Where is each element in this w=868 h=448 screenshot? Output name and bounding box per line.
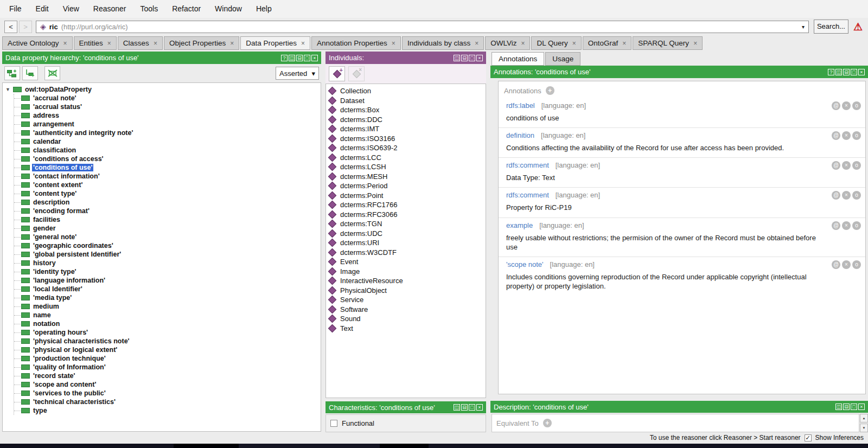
tree-item[interactable]: 'quality of Information' — [14, 363, 321, 372]
close-icon[interactable]: × — [693, 40, 697, 47]
maximize-icon[interactable]: □ — [469, 55, 475, 61]
delete-annotation-button[interactable]: × — [842, 161, 851, 170]
tree-item[interactable]: 'scope and content' — [14, 380, 321, 389]
annotation-property-link[interactable]: rdfs:comment — [506, 161, 549, 169]
delete-property-button[interactable] — [44, 66, 60, 80]
main-tab[interactable]: Active Ontology × — [2, 36, 73, 50]
tree-item[interactable]: 'services to the public' — [14, 389, 321, 398]
collapse-icon[interactable]: ▼ — [5, 87, 11, 92]
maximize-icon[interactable]: □ — [851, 404, 857, 410]
edit-annotation-button[interactable]: o — [852, 191, 861, 200]
tree-item[interactable]: 'accrual status' — [14, 103, 321, 111]
edit-annotation-button[interactable]: o — [852, 101, 861, 110]
forward-button[interactable]: > — [19, 21, 32, 33]
tree-item[interactable]: 'production technique' — [14, 354, 321, 363]
add-equivalent-button[interactable]: + — [543, 419, 552, 427]
tree-item[interactable]: 'encoding format' — [14, 207, 321, 215]
main-tab[interactable]: Individuals by class × — [402, 36, 484, 50]
float-icon[interactable]: ◫ — [454, 55, 460, 61]
main-tab[interactable]: DL Query × — [531, 36, 581, 50]
annotate-annotation-button[interactable]: @ — [832, 161, 840, 170]
individual-item[interactable]: dcterms:IMT — [326, 124, 486, 134]
annotations-tab[interactable]: Annotations — [492, 52, 544, 66]
individual-item[interactable]: Sound — [326, 314, 486, 324]
edit-annotation-button[interactable]: o — [852, 131, 861, 140]
float-icon[interactable]: ◫ — [835, 69, 842, 75]
menu-item[interactable]: Window — [208, 0, 249, 18]
menu-item[interactable]: Tools — [133, 0, 165, 18]
individual-item[interactable]: InteractiveResource — [326, 276, 486, 286]
menu-item[interactable]: Edit — [29, 0, 56, 18]
ontology-iri-combobox[interactable]: ◈ ric (http://purl.org/ica/ric) ▾ — [36, 21, 809, 33]
tree-item[interactable]: medium — [14, 302, 321, 311]
individual-item[interactable]: dcterms:RFC1766 — [326, 200, 486, 210]
delete-annotation-button[interactable]: × — [842, 131, 851, 140]
tree-item[interactable]: 'physical or logical extent' — [14, 345, 321, 354]
tree-item[interactable]: type — [14, 406, 321, 415]
menu-item[interactable]: Help — [249, 0, 279, 18]
main-tab[interactable]: Annotation Properties × — [311, 36, 401, 50]
delete-annotation-button[interactable]: × — [842, 191, 851, 200]
annotate-annotation-button[interactable]: @ — [832, 191, 840, 200]
main-tab[interactable]: Data Properties × — [240, 36, 310, 50]
edit-annotation-button[interactable]: o — [852, 161, 861, 170]
close-icon[interactable]: × — [572, 40, 576, 47]
tree-item[interactable]: 'technical characteristics' — [14, 398, 321, 406]
add-annotation-button[interactable]: + — [546, 86, 554, 95]
close-icon[interactable]: × — [622, 40, 626, 47]
minimize-icon[interactable]: ⊟ — [461, 404, 468, 411]
close-icon[interactable]: × — [476, 404, 483, 411]
close-icon[interactable]: × — [311, 55, 318, 61]
minimize-icon[interactable]: ⊟ — [843, 404, 850, 410]
main-tab[interactable]: Object Properties × — [164, 36, 239, 50]
close-icon[interactable]: × — [63, 40, 67, 47]
annotate-annotation-button[interactable]: @ — [832, 221, 840, 230]
edit-annotation-button[interactable]: o — [852, 260, 861, 269]
tree-item[interactable]: arrangement — [14, 120, 321, 129]
main-tab[interactable]: OntoGraf × — [583, 36, 632, 50]
menu-item[interactable]: Refactor — [165, 0, 208, 18]
minimize-icon[interactable]: ⊟ — [296, 55, 303, 61]
annotation-property-link[interactable]: 'scope note' — [506, 260, 544, 268]
warning-icon[interactable]: ⚠ — [853, 21, 863, 33]
tree-item[interactable]: 'accrual note' — [14, 94, 321, 103]
individual-item[interactable]: dcterms:ISO3166 — [326, 134, 486, 144]
close-icon[interactable]: × — [476, 55, 483, 61]
maximize-icon[interactable]: □ — [304, 55, 310, 61]
add-individual-button[interactable]: + — [329, 66, 345, 81]
tree-item[interactable]: history — [14, 259, 321, 267]
individual-item[interactable]: PhysicalObject — [326, 286, 486, 296]
individual-item[interactable]: Image — [326, 267, 486, 277]
maximize-icon[interactable]: □ — [469, 404, 475, 411]
close-icon[interactable]: × — [301, 40, 305, 47]
annotate-annotation-button[interactable]: @ — [832, 131, 840, 140]
individual-item[interactable]: Event — [326, 257, 486, 267]
add-sibling-property-button[interactable] — [22, 66, 38, 80]
individual-item[interactable]: dcterms:LCC — [326, 153, 486, 163]
individual-item[interactable]: Collection — [326, 86, 486, 96]
main-tab[interactable]: Classes × — [118, 36, 163, 50]
annotation-property-link[interactable]: example — [506, 221, 533, 229]
tree-item[interactable]: address — [14, 111, 321, 120]
float-icon[interactable]: ◫ — [454, 404, 460, 411]
individual-item[interactable]: dcterms:TGN — [326, 219, 486, 229]
float-icon[interactable]: ◫ — [835, 404, 842, 410]
functional-checkbox[interactable] — [330, 420, 337, 427]
add-subproperty-button[interactable] — [4, 66, 20, 80]
individual-item[interactable]: Service — [326, 295, 486, 305]
minimize-icon[interactable]: ⊟ — [461, 55, 468, 61]
individual-item[interactable]: dcterms:UDC — [326, 229, 486, 239]
menu-item[interactable]: Reasoner — [86, 0, 133, 18]
tree-item[interactable]: calendar — [14, 137, 321, 146]
tree-item[interactable]: 'geographic coordinates' — [14, 241, 321, 250]
maximize-icon[interactable]: □ — [851, 69, 857, 75]
annotation-property-link[interactable]: rdfs:label — [506, 101, 535, 110]
individual-item[interactable]: dcterms:URI — [326, 238, 486, 248]
tree-item[interactable]: 'content type' — [14, 189, 321, 198]
tree-item[interactable]: facilities — [14, 215, 321, 224]
search-button[interactable]: Search... — [814, 20, 848, 34]
tree-item[interactable]: 'language information' — [14, 276, 321, 285]
tree-item[interactable]: description — [14, 198, 321, 207]
back-button[interactable]: < — [4, 21, 17, 33]
close-icon[interactable]: × — [107, 40, 111, 47]
